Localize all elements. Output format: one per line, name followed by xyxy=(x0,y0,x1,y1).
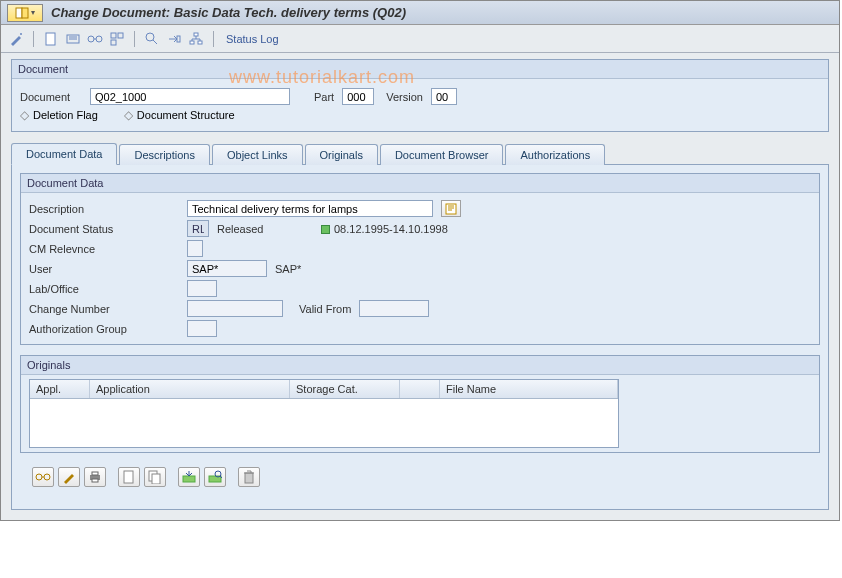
page-title: Change Document: Basic Data Tech. delive… xyxy=(51,5,406,20)
pencil-icon[interactable] xyxy=(58,467,80,487)
long-text-button[interactable] xyxy=(441,200,461,217)
input-part[interactable] xyxy=(342,88,374,105)
label-cm: CM Relevnce xyxy=(29,243,179,255)
delete-icon[interactable] xyxy=(238,467,260,487)
svg-rect-27 xyxy=(245,473,253,483)
label-user: User xyxy=(29,263,179,275)
svg-rect-21 xyxy=(124,471,133,483)
input-lab[interactable] xyxy=(187,280,217,297)
create-icon[interactable] xyxy=(118,467,140,487)
checkin-icon[interactable] xyxy=(178,467,200,487)
svg-point-2 xyxy=(20,33,22,35)
checkout-icon[interactable] xyxy=(204,467,226,487)
originals-panel: Originals Appl. Application Storage Cat.… xyxy=(20,355,820,453)
date-range-field: 08.12.1995-14.10.1998 xyxy=(321,223,448,235)
svg-rect-12 xyxy=(194,33,198,36)
originals-table: Appl. Application Storage Cat. File Name xyxy=(29,379,619,448)
svg-point-6 xyxy=(96,36,102,42)
svg-rect-1 xyxy=(22,8,28,18)
col-storage[interactable]: Storage Cat. xyxy=(290,380,400,398)
label-version: Version xyxy=(386,91,423,103)
svg-rect-20 xyxy=(92,479,98,482)
label-part: Part xyxy=(314,91,334,103)
svg-point-16 xyxy=(36,474,42,480)
tool-display-icon[interactable] xyxy=(64,30,82,48)
svg-point-17 xyxy=(44,474,50,480)
diamond-icon: ◇ xyxy=(20,108,29,122)
user-name: SAP* xyxy=(275,263,301,275)
tool-glasses-icon[interactable] xyxy=(86,30,104,48)
label-status: Document Status xyxy=(29,223,179,235)
svg-rect-14 xyxy=(198,41,202,44)
input-document[interactable] xyxy=(90,88,290,105)
svg-rect-7 xyxy=(111,33,116,38)
input-auth[interactable] xyxy=(187,320,217,337)
status-log-link[interactable]: Status Log xyxy=(222,33,283,45)
label-lab: Lab/Office xyxy=(29,283,179,295)
tab-document-data[interactable]: Document Data xyxy=(11,143,117,165)
document-data-title: Document Data xyxy=(21,174,819,193)
svg-point-10 xyxy=(146,33,154,41)
svg-rect-0 xyxy=(16,8,22,18)
input-user[interactable] xyxy=(187,260,267,277)
svg-rect-9 xyxy=(111,40,116,45)
tool-transport-icon[interactable] xyxy=(165,30,183,48)
label-document: Document xyxy=(20,91,82,103)
document-data-panel: Document Data Description Document Statu… xyxy=(20,173,820,345)
originals-toolbar xyxy=(20,463,820,497)
diamond-icon: ◇ xyxy=(124,108,133,122)
label-auth: Authorization Group xyxy=(29,323,179,335)
svg-rect-11 xyxy=(177,36,180,42)
tab-object-links[interactable]: Object Links xyxy=(212,144,303,165)
tool-wand-icon[interactable] xyxy=(7,30,25,48)
col-appl[interactable]: Appl. xyxy=(30,380,90,398)
label-validfrom: Valid From xyxy=(299,303,351,315)
input-version[interactable] xyxy=(431,88,457,105)
col-blank[interactable] xyxy=(400,380,440,398)
toolbar: Status Log xyxy=(1,25,839,53)
svg-rect-13 xyxy=(190,41,194,44)
glasses-icon[interactable] xyxy=(32,467,54,487)
document-group-title: Document xyxy=(12,60,828,79)
tool-hierarchy-icon[interactable] xyxy=(187,30,205,48)
status-text: Released xyxy=(217,223,313,235)
label-description: Description xyxy=(29,203,179,215)
print-icon[interactable] xyxy=(84,467,106,487)
tool-page-icon[interactable] xyxy=(42,30,60,48)
status-code xyxy=(187,220,209,237)
copy-icon[interactable] xyxy=(144,467,166,487)
input-cm[interactable] xyxy=(187,240,203,257)
originals-title: Originals xyxy=(21,356,819,375)
col-application[interactable]: Application xyxy=(90,380,290,398)
originals-rows[interactable] xyxy=(30,399,618,447)
svg-rect-19 xyxy=(92,472,98,475)
svg-rect-23 xyxy=(152,474,160,484)
svg-rect-24 xyxy=(183,476,195,482)
label-change: Change Number xyxy=(29,303,179,315)
tool-search-icon[interactable] xyxy=(143,30,161,48)
deletion-flag-field: ◇Deletion Flag xyxy=(20,108,98,122)
input-description[interactable] xyxy=(187,200,433,217)
svg-point-5 xyxy=(88,36,94,42)
tab-originals[interactable]: Originals xyxy=(305,144,378,165)
document-structure-field: ◇Document Structure xyxy=(124,108,235,122)
document-group: Document Document Part Version ◇Deletion… xyxy=(11,59,829,132)
tab-strip: Document Data Descriptions Object Links … xyxy=(11,142,829,164)
input-validfrom[interactable] xyxy=(359,300,429,317)
tab-authorizations[interactable]: Authorizations xyxy=(505,144,605,165)
tab-descriptions[interactable]: Descriptions xyxy=(119,144,210,165)
tab-panel: Document Data Description Document Statu… xyxy=(11,164,829,510)
tool-classify-icon[interactable] xyxy=(108,30,126,48)
title-bar: ▾ Change Document: Basic Data Tech. deli… xyxy=(1,1,839,25)
input-change[interactable] xyxy=(187,300,283,317)
tab-document-browser[interactable]: Document Browser xyxy=(380,144,504,165)
svg-rect-3 xyxy=(46,33,55,45)
status-green-icon xyxy=(321,225,330,234)
app-menu-icon[interactable]: ▾ xyxy=(7,4,43,22)
col-filename[interactable]: File Name xyxy=(440,380,618,398)
svg-rect-8 xyxy=(118,33,123,38)
